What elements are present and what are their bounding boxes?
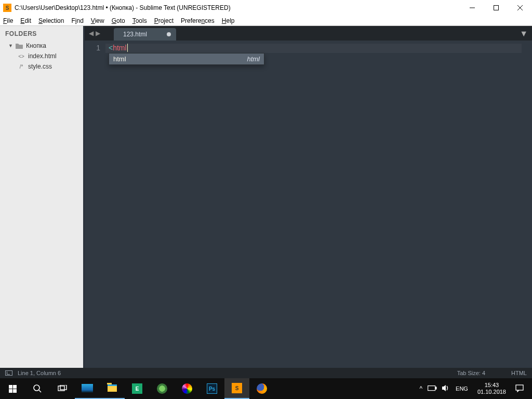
taskbar-app-atom[interactable]	[150, 378, 175, 399]
titlebar: S C:\Users\User\Desktop\123.html • (Кноп…	[0, 0, 532, 16]
tab-123-html[interactable]: 123.html	[114, 28, 176, 41]
html-file-icon: <>	[18, 54, 25, 59]
taskbar-app-e[interactable]: E	[125, 378, 150, 399]
sidebar-file-index[interactable]: <> index.html	[5, 51, 78, 61]
autocomplete-match: html	[113, 55, 126, 63]
active-line-highlight	[105, 44, 522, 53]
tray-clock[interactable]: 15:43 01.10.2018	[473, 382, 510, 395]
taskbar-app-rainbow[interactable]	[175, 378, 200, 399]
sidebar-folder-root[interactable]: ▼ Кнопка	[5, 41, 78, 51]
menu-find[interactable]: Find	[71, 17, 83, 24]
svg-point-4	[34, 385, 39, 391]
menu-tools[interactable]: Tools	[132, 17, 147, 24]
unsaved-indicator-icon	[167, 32, 171, 36]
menu-view[interactable]: View	[91, 17, 104, 24]
tray-overflow-icon[interactable]: ^	[419, 385, 422, 392]
tray-battery-icon[interactable]	[428, 385, 437, 392]
menu-edit[interactable]: Edit	[20, 17, 31, 24]
console-toggle-icon[interactable]	[5, 370, 12, 376]
app-icon: S	[3, 4, 11, 12]
menu-file[interactable]: File	[3, 17, 13, 24]
svg-rect-1	[494, 6, 499, 10]
minimize-button[interactable]	[460, 0, 484, 16]
taskbar-app-firefox[interactable]	[249, 378, 274, 399]
tray-time: 15:43	[477, 382, 506, 389]
start-button[interactable]	[0, 378, 25, 399]
folder-sidebar: FOLDERS ▼ Кнопка <> index.html /* style.…	[0, 26, 83, 368]
autocomplete-popup[interactable]: html html	[109, 53, 264, 65]
status-syntax[interactable]: HTML	[511, 370, 527, 376]
svg-line-5	[39, 390, 41, 392]
autocomplete-kind: html	[247, 55, 260, 63]
task-view-button[interactable]	[50, 378, 75, 399]
sidebar-folder-label: Кнопка	[26, 42, 46, 49]
menu-help[interactable]: Help	[222, 17, 235, 24]
status-tab-size[interactable]: Tab Size: 4	[457, 370, 485, 376]
window-title: C:\Users\User\Desktop\123.html • (Кнопка…	[15, 4, 460, 11]
minimap[interactable]	[522, 41, 532, 368]
svg-rect-8	[428, 385, 435, 390]
tab-dropdown-icon[interactable]: ▼	[520, 29, 528, 38]
sidebar-file-label: style.css	[28, 63, 52, 70]
sidebar-heading: FOLDERS	[5, 30, 78, 37]
autocomplete-item[interactable]: html html	[109, 54, 264, 64]
tray-volume-icon[interactable]	[442, 384, 450, 393]
line-number: 1	[85, 44, 100, 52]
tray-notifications-icon[interactable]	[515, 384, 524, 393]
close-button[interactable]	[508, 0, 532, 16]
status-cursor-position[interactable]: Line 1, Column 6	[18, 370, 61, 376]
folder-icon	[16, 43, 23, 49]
taskbar-app-explorer[interactable]	[100, 378, 125, 399]
chevron-down-icon: ▼	[8, 43, 12, 48]
status-bar: Line 1, Column 6 Tab Size: 4 HTML	[0, 368, 532, 378]
line-gutter: 1	[85, 41, 105, 368]
nav-back-icon[interactable]: ◀	[88, 29, 95, 38]
svg-rect-9	[435, 387, 436, 389]
code-area[interactable]: 1 <html html html	[85, 41, 532, 368]
taskbar-app-sublime[interactable]: S	[224, 378, 249, 399]
sidebar-file-style[interactable]: /* style.css	[5, 61, 78, 72]
tab-label: 123.html	[123, 31, 147, 38]
nav-forward-icon[interactable]: ▶	[95, 29, 101, 38]
svg-rect-10	[516, 385, 523, 390]
taskbar-app-desktop[interactable]	[75, 378, 100, 399]
menu-project[interactable]: Project	[154, 17, 174, 24]
tray-language[interactable]: ENG	[456, 385, 468, 392]
search-button[interactable]	[25, 378, 50, 399]
menu-preferences[interactable]: Preferences	[181, 17, 215, 24]
text-cursor	[127, 44, 128, 52]
css-file-icon: /*	[18, 64, 25, 70]
windows-taskbar: E Ps S ^ ENG 15:43 01.10.2018	[0, 378, 532, 399]
menubar: File Edit Selection Find View Goto Tools…	[0, 16, 532, 26]
menu-selection[interactable]: Selection	[38, 17, 64, 24]
menu-goto[interactable]: Goto	[112, 17, 125, 24]
sidebar-file-label: index.html	[28, 52, 57, 60]
taskbar-app-photoshop[interactable]: Ps	[200, 378, 224, 399]
tray-date: 01.10.2018	[477, 389, 506, 395]
editor-pane: ◀ ▶ 123.html ▼ 1 <html html html	[85, 26, 532, 368]
maximize-button[interactable]	[484, 0, 508, 16]
tab-bar: ◀ ▶ 123.html ▼	[85, 26, 532, 41]
